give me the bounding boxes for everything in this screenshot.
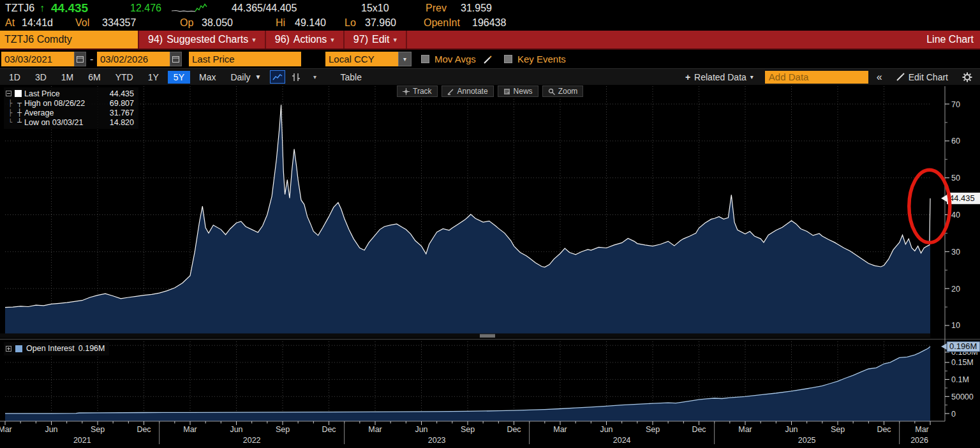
pencil-icon[interactable] <box>483 55 493 64</box>
track-button[interactable]: Track <box>397 86 438 97</box>
open-interest-legend[interactable]: Open Interest 0.196M <box>4 342 109 355</box>
settings-gear-button[interactable] <box>960 70 975 84</box>
mov-avgs-checkbox[interactable] <box>421 55 429 63</box>
menu-item-number: 96) <box>275 34 290 45</box>
field-select[interactable]: Last Price <box>189 52 301 66</box>
annotate-label: Annotate <box>457 87 488 96</box>
legend-row-low: └ ┴ Low on 03/03/21 14.820 <box>6 117 134 127</box>
date-to-input[interactable]: 03/02/2026 <box>97 52 170 66</box>
openint-label: OpenInt <box>424 17 460 29</box>
svg-text:2026: 2026 <box>910 436 928 445</box>
tree-branch-icon: └ <box>6 119 15 126</box>
svg-text:2025: 2025 <box>798 436 816 445</box>
chevron-down-icon: ▾ <box>403 56 406 63</box>
range-1m-button[interactable]: 1M <box>56 71 79 84</box>
zoom-label: Zoom <box>558 87 578 96</box>
tree-branch-icon: ├ <box>6 109 15 116</box>
legend-label: Last Price <box>24 89 105 98</box>
up-arrow-icon: ↑ <box>40 3 45 14</box>
menu-item-label: Edit <box>372 34 390 45</box>
calendar-icon[interactable] <box>74 52 86 66</box>
average-marker-icon: ┼ <box>15 108 24 117</box>
range-5y-button-selected[interactable]: 5Y <box>168 71 190 84</box>
range-6m-button[interactable]: 6M <box>82 71 106 84</box>
magnifier-icon <box>548 88 555 95</box>
svg-text:2021: 2021 <box>73 436 91 445</box>
range-ytd-button[interactable]: YTD <box>110 71 139 84</box>
svg-text:Jun: Jun <box>45 425 57 434</box>
track-crosshair-icon <box>403 88 410 95</box>
svg-text:Dec: Dec <box>137 425 151 434</box>
key-events-label: Key Events <box>517 54 566 64</box>
zoom-button[interactable]: Zoom <box>542 86 584 97</box>
svg-text:0.15M: 0.15M <box>951 358 974 367</box>
legend-row-average: ├ ┼ Average 31.767 <box>6 108 134 117</box>
svg-text:40: 40 <box>951 211 960 220</box>
svg-text:Sep: Sep <box>461 425 475 434</box>
bid-ask-size: 15x10 <box>361 3 389 14</box>
range-max-button[interactable]: Max <box>193 71 221 84</box>
collapse-tree-icon[interactable] <box>6 91 11 96</box>
intraday-sparkline-icon <box>171 3 208 13</box>
open-interest-area <box>5 347 930 421</box>
chevron-down-icon: ▾ <box>330 36 334 44</box>
add-data-input[interactable] <box>765 71 868 84</box>
svg-text:Sep: Sep <box>831 425 845 434</box>
range-1y-button[interactable]: 1Y <box>142 71 165 84</box>
svg-text:Mar: Mar <box>553 425 567 434</box>
bid-ask: 44.365/44.405 <box>232 3 297 14</box>
bars-icon <box>292 73 301 82</box>
high-marker-icon: ┬ <box>15 99 24 107</box>
range-1d-button[interactable]: 1D <box>3 71 26 84</box>
legend-value: 44.435 <box>105 89 134 98</box>
main-chart-legend[interactable]: Last Price 44.435 ├ ┬ High on 08/26/22 6… <box>4 87 138 129</box>
chevron-down-icon: ▾ <box>394 36 397 44</box>
menu-item-number: 97) <box>353 34 368 45</box>
related-data-button[interactable]: + Related Data ▾ <box>679 71 759 84</box>
last-price: 44.435 <box>51 1 88 15</box>
svg-text:Mar: Mar <box>368 425 382 434</box>
quote-time: 14:41d <box>22 17 53 29</box>
legend-label: Average <box>24 108 105 117</box>
collapse-panel-button[interactable]: « <box>874 71 885 83</box>
menu-item-number: 94) <box>148 34 163 45</box>
expand-tree-icon[interactable] <box>6 346 11 352</box>
legend-value: 0.196M <box>78 344 105 353</box>
function-menubar: TZTJ6 Comdty 94) Suggested Charts ▾ 96) … <box>0 31 980 50</box>
open-value: 38.050 <box>202 17 233 29</box>
security-input[interactable]: TZTJ6 Comdty <box>0 31 138 49</box>
svg-text:0: 0 <box>951 410 956 419</box>
date-range-dash: - <box>90 54 93 65</box>
table-button[interactable]: Table <box>334 71 367 84</box>
period-select[interactable]: Daily ▼ <box>225 71 267 84</box>
ticker-symbol: TZTJ6 <box>5 3 34 14</box>
price-chart-canvas[interactable]: 102030405060700500000.1M0.15M0.180MMarJu… <box>0 85 980 448</box>
svg-text:Dec: Dec <box>692 425 706 434</box>
legend-value: 31.767 <box>105 108 134 117</box>
edit-chart-label: Edit Chart <box>909 72 948 82</box>
bar-settings-button[interactable] <box>288 70 304 84</box>
date-from-input[interactable]: 03/03/2021 <box>1 52 74 66</box>
menu-suggested-charts[interactable]: 94) Suggested Charts ▾ <box>138 31 265 49</box>
currency-select[interactable]: Local CCY <box>325 52 398 66</box>
line-chart-type-button[interactable] <box>270 70 285 84</box>
gear-icon <box>962 72 972 82</box>
key-events-checkbox[interactable] <box>504 55 512 63</box>
news-button[interactable]: News <box>498 86 538 97</box>
svg-text:10: 10 <box>951 321 960 330</box>
menu-actions[interactable]: 96) Actions ▾ <box>265 31 343 49</box>
menu-edit[interactable]: 97) Edit ▾ <box>343 31 406 49</box>
currency-dropdown-button[interactable]: ▾ <box>398 52 412 66</box>
vol-value: 334357 <box>102 17 136 29</box>
svg-text:Dec: Dec <box>507 425 521 434</box>
svg-text:0.1M: 0.1M <box>951 375 969 384</box>
calendar-icon[interactable] <box>170 52 182 66</box>
range-3d-button[interactable]: 3D <box>29 71 52 84</box>
annotate-button[interactable]: Annotate <box>442 86 494 97</box>
legend-label: Low on 03/03/21 <box>24 118 105 127</box>
svg-text:70: 70 <box>951 100 960 109</box>
edit-chart-button[interactable]: Edit Chart <box>891 71 954 84</box>
chart-type-dropdown-button[interactable]: ▾ <box>307 70 322 84</box>
svg-text:Jun: Jun <box>785 425 798 434</box>
chart-area: 102030405060700500000.1M0.15M0.180MMarJu… <box>0 85 980 448</box>
